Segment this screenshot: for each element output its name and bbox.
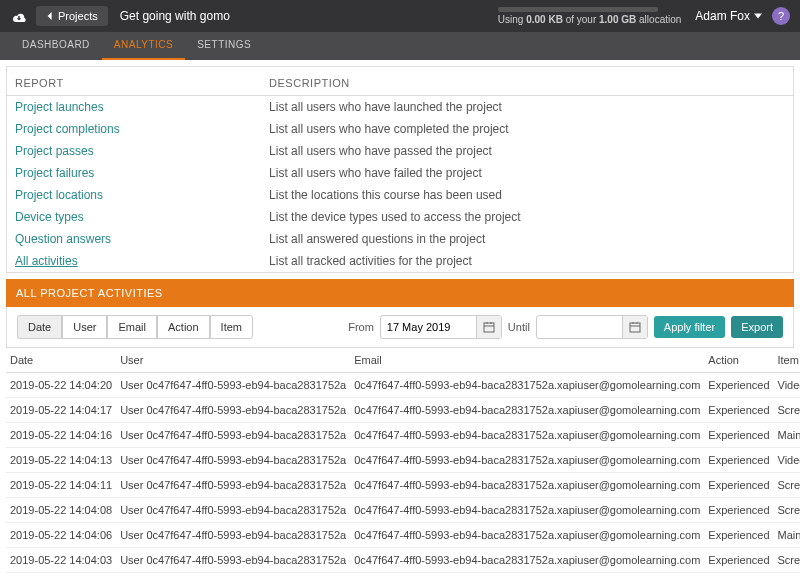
col-date: Date <box>6 348 116 373</box>
cell-date: 2019-05-22 14:04:11 <box>6 473 116 498</box>
calendar-icon <box>483 321 495 333</box>
table-row: 2019-05-22 14:04:11User 0c47f647-4ff0-59… <box>6 473 800 498</box>
col-user: User <box>116 348 350 373</box>
reports-header-description: DESCRIPTION <box>269 77 785 89</box>
tab-analytics[interactable]: ANALYTICS <box>102 32 185 60</box>
table-row: 2019-05-22 14:04:16User 0c47f647-4ff0-59… <box>6 423 800 448</box>
cell-item: Video <box>774 448 801 473</box>
projects-button[interactable]: Projects <box>36 6 108 26</box>
filter-tab-item[interactable]: Item <box>210 315 253 339</box>
report-row: Project passesList all users who have pa… <box>7 140 793 162</box>
cell-date: 2019-05-22 14:04:03 <box>6 548 116 573</box>
cell-date: 2019-05-22 14:04:20 <box>6 373 116 398</box>
until-label: Until <box>508 321 530 333</box>
table-row: 2019-05-22 14:04:03User 0c47f647-4ff0-59… <box>6 548 800 573</box>
until-calendar-button[interactable] <box>622 316 647 338</box>
report-description: List all users who have failed the proje… <box>269 166 785 180</box>
cell-action: Experienced <box>704 473 773 498</box>
cloud-icon <box>10 9 28 23</box>
help-button[interactable]: ? <box>772 7 790 25</box>
report-link[interactable]: Project failures <box>15 166 269 180</box>
cell-user: User 0c47f647-4ff0-5993-eb94-baca2831752… <box>116 373 350 398</box>
report-description: List the locations this course has been … <box>269 188 785 202</box>
calendar-icon <box>629 321 641 333</box>
until-date-group <box>536 315 648 339</box>
cell-user: User 0c47f647-4ff0-5993-eb94-baca2831752… <box>116 398 350 423</box>
cell-email: 0c47f647-4ff0-5993-eb94-baca2831752a.xap… <box>350 448 704 473</box>
report-link[interactable]: Question answers <box>15 232 269 246</box>
cell-action: Experienced <box>704 498 773 523</box>
report-link[interactable]: Project completions <box>15 122 269 136</box>
col-action: Action <box>704 348 773 373</box>
cell-email: 0c47f647-4ff0-5993-eb94-baca2831752a.xap… <box>350 548 704 573</box>
cell-action: Experienced <box>704 523 773 548</box>
table-row: 2019-05-22 14:04:06User 0c47f647-4ff0-59… <box>6 523 800 548</box>
report-row: Project failuresList all users who have … <box>7 162 793 184</box>
cell-item: Screen 1 <box>774 548 801 573</box>
report-description: List all users who have completed the pr… <box>269 122 785 136</box>
cell-item: Video <box>774 373 801 398</box>
table-row: 2019-05-22 14:04:08User 0c47f647-4ff0-59… <box>6 498 800 523</box>
from-date-group <box>380 315 502 339</box>
cell-user: User 0c47f647-4ff0-5993-eb94-baca2831752… <box>116 548 350 573</box>
cell-email: 0c47f647-4ff0-5993-eb94-baca2831752a.xap… <box>350 398 704 423</box>
chevron-down-icon <box>754 13 762 19</box>
cell-action: Experienced <box>704 548 773 573</box>
report-link[interactable]: Project passes <box>15 144 269 158</box>
chevron-left-icon <box>46 12 54 20</box>
cell-action: Experienced <box>704 423 773 448</box>
filter-tab-user[interactable]: User <box>62 315 107 339</box>
cell-email: 0c47f647-4ff0-5993-eb94-baca2831752a.xap… <box>350 423 704 448</box>
report-row: All activitiesList all tracked activitie… <box>7 250 793 272</box>
from-date-input[interactable] <box>381 318 476 336</box>
cell-action: Experienced <box>704 398 773 423</box>
cell-user: User 0c47f647-4ff0-5993-eb94-baca2831752… <box>116 448 350 473</box>
cell-email: 0c47f647-4ff0-5993-eb94-baca2831752a.xap… <box>350 498 704 523</box>
report-description: List all users who have launched the pro… <box>269 100 785 114</box>
report-row: Project locationsList the locations this… <box>7 184 793 206</box>
cell-email: 0c47f647-4ff0-5993-eb94-baca2831752a.xap… <box>350 523 704 548</box>
table-row: 2019-05-22 14:04:20User 0c47f647-4ff0-59… <box>6 373 800 398</box>
report-description: List the device types used to access the… <box>269 210 785 224</box>
cell-date: 2019-05-22 14:04:08 <box>6 498 116 523</box>
cell-item: Screen 1 <box>774 473 801 498</box>
from-label: From <box>348 321 374 333</box>
filter-tab-date[interactable]: Date <box>17 315 62 339</box>
section-title: ALL PROJECT ACTIVITIES <box>6 279 794 307</box>
report-description: List all answered questions in the proje… <box>269 232 785 246</box>
cell-action: Experienced <box>704 373 773 398</box>
report-link[interactable]: Project launches <box>15 100 269 114</box>
report-description: List all tracked activities for the proj… <box>269 254 785 268</box>
cell-user: User 0c47f647-4ff0-5993-eb94-baca2831752… <box>116 473 350 498</box>
projects-label: Projects <box>58 10 98 22</box>
filter-tab-email[interactable]: Email <box>107 315 157 339</box>
apply-filter-button[interactable]: Apply filter <box>654 316 725 338</box>
report-description: List all users who have passed the proje… <box>269 144 785 158</box>
cell-item: Screen 1 <box>774 398 801 423</box>
filter-tab-action[interactable]: Action <box>157 315 210 339</box>
report-row: Project launchesList all users who have … <box>7 96 793 118</box>
user-name: Adam Fox <box>695 9 750 23</box>
report-link[interactable]: Device types <box>15 210 269 224</box>
topbar: Projects Get going with gomo Using 0.00 … <box>0 0 800 32</box>
report-link[interactable]: All activities <box>15 254 269 268</box>
cell-date: 2019-05-22 14:04:16 <box>6 423 116 448</box>
tab-settings[interactable]: SETTINGS <box>185 32 263 60</box>
until-date-input[interactable] <box>537 318 622 336</box>
report-link[interactable]: Project locations <box>15 188 269 202</box>
allocation-display: Using 0.00 KB of your 1.00 GB allocation <box>498 7 681 25</box>
col-item: Item <box>774 348 801 373</box>
project-title: Get going with gomo <box>120 9 230 23</box>
svg-rect-4 <box>630 323 640 332</box>
user-menu[interactable]: Adam Fox <box>695 9 762 23</box>
from-calendar-button[interactable] <box>476 316 501 338</box>
export-button[interactable]: Export <box>731 316 783 338</box>
tab-bar: DASHBOARD ANALYTICS SETTINGS <box>0 32 800 60</box>
cell-date: 2019-05-22 14:04:06 <box>6 523 116 548</box>
tab-dashboard[interactable]: DASHBOARD <box>10 32 102 60</box>
cell-user: User 0c47f647-4ff0-5993-eb94-baca2831752… <box>116 523 350 548</box>
report-row: Question answersList all answered questi… <box>7 228 793 250</box>
allocation-bar <box>498 7 658 12</box>
svg-rect-0 <box>484 323 494 332</box>
cell-item: Main menu <box>774 523 801 548</box>
